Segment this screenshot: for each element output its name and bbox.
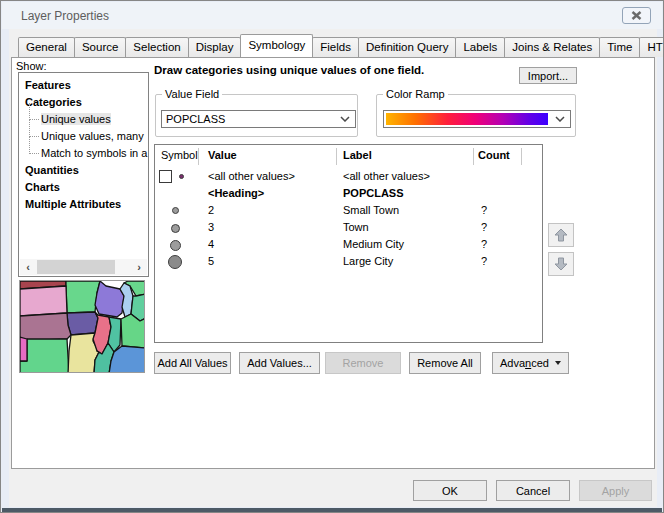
layer-properties-dialog: Layer Properties General Source Selectio…	[0, 0, 664, 513]
tab-display[interactable]: Display	[188, 37, 242, 57]
tab-selection[interactable]: Selection	[125, 37, 188, 57]
column-header-symbol[interactable]: Symbol	[161, 149, 198, 163]
row-value: 5	[208, 255, 214, 267]
symbol-dot[interactable]	[172, 207, 179, 214]
row-label: <all other values>	[343, 170, 430, 182]
value-field-group: Value Field POPCLASS	[155, 94, 358, 137]
symbology-tab-page: Show: Features Categories Unique values …	[11, 57, 655, 469]
tab-labels[interactable]: Labels	[455, 37, 505, 57]
row-value: <all other values>	[208, 170, 295, 182]
row-label: Large City	[343, 255, 393, 267]
tree-item-match-symbols[interactable]: Match to symbols in a	[41, 146, 147, 161]
column-header-value[interactable]: Value	[208, 149, 237, 163]
advanced-button[interactable]: Advanced	[492, 352, 569, 374]
chevron-down-icon	[550, 111, 570, 127]
row-value: 4	[208, 238, 214, 250]
dialog-client-area: General Source Selection Display Symbolo…	[9, 29, 657, 507]
row-label: Medium City	[343, 238, 404, 250]
column-header-count[interactable]: Count	[478, 149, 510, 163]
all-other-values-symbol-dot[interactable]	[179, 174, 184, 179]
tree-item-multiple-attributes[interactable]: Multiple Attributes	[25, 197, 121, 212]
map-preview-thumbnail	[19, 280, 145, 373]
tree-item-unique-values[interactable]: Unique values	[41, 112, 111, 127]
remove-all-button[interactable]: Remove All	[409, 352, 481, 374]
symbology-method-tree: Features Categories Unique values Unique…	[18, 72, 149, 277]
row-value: 3	[208, 221, 214, 233]
value-field-dropdown[interactable]: POPCLASS	[161, 110, 356, 128]
column-header-label[interactable]: Label	[343, 149, 372, 163]
dropdown-caret-icon	[555, 361, 561, 365]
titlebar[interactable]: Layer Properties	[2, 2, 662, 29]
tree-item-charts[interactable]: Charts	[25, 180, 60, 195]
tree-item-quantities[interactable]: Quantities	[25, 163, 79, 178]
ok-button[interactable]: OK	[413, 480, 487, 501]
row-value: <Heading>	[208, 187, 264, 199]
arrow-up-icon	[553, 227, 569, 243]
scroll-right-icon[interactable]: ›	[131, 259, 147, 275]
color-ramp-gradient-swatch	[386, 113, 548, 125]
symbol-dot[interactable]	[170, 240, 181, 251]
scrollbar-thumb[interactable]	[37, 260, 115, 274]
table-row-small-town[interactable]: 2 Small Town ?	[155, 203, 542, 220]
advanced-label: Advanced	[500, 357, 549, 369]
chevron-down-icon	[335, 116, 355, 122]
tab-symbology[interactable]: Symbology	[240, 34, 313, 57]
value-field-selected-value: POPCLASS	[162, 113, 335, 125]
import-button[interactable]: Import...	[519, 67, 577, 84]
close-button[interactable]	[622, 7, 651, 24]
tab-html-popup[interactable]: HTML Popup	[639, 37, 664, 57]
row-label: Small Town	[343, 204, 399, 216]
table-row-heading[interactable]: <Heading> POPCLASS	[155, 186, 542, 203]
row-label: POPCLASS	[343, 187, 404, 199]
row-count: ?	[481, 221, 487, 233]
value-field-label: Value Field	[162, 88, 222, 100]
add-values-button[interactable]: Add Values...	[239, 352, 320, 374]
show-label: Show:	[16, 60, 47, 72]
window-title: Layer Properties	[21, 9, 109, 23]
tab-joins-relates[interactable]: Joins & Relates	[504, 37, 600, 57]
move-value-down-button[interactable]	[548, 252, 574, 276]
apply-button[interactable]: Apply	[579, 480, 652, 501]
symbol-dot[interactable]	[171, 224, 180, 233]
move-value-up-button[interactable]	[548, 223, 574, 247]
states-map-image	[20, 281, 145, 373]
row-count: ?	[481, 204, 487, 216]
symbol-dot[interactable]	[168, 255, 182, 269]
tab-definition-query[interactable]: Definition Query	[358, 37, 456, 57]
column-divider	[198, 148, 199, 165]
column-divider	[473, 148, 474, 165]
tab-source[interactable]: Source	[74, 37, 126, 57]
table-row-town[interactable]: 3 Town ?	[155, 220, 542, 237]
row-count: ?	[481, 255, 487, 267]
column-divider	[521, 148, 522, 165]
close-icon	[631, 11, 642, 20]
add-all-values-button[interactable]: Add All Values	[154, 352, 231, 374]
color-ramp-dropdown[interactable]	[383, 110, 571, 128]
row-value: 2	[208, 204, 214, 216]
table-row-large-city[interactable]: 5 Large City ?	[155, 254, 542, 271]
scroll-left-icon[interactable]: ‹	[20, 259, 36, 275]
window-bottom-edge	[2, 508, 662, 512]
cancel-button[interactable]: Cancel	[496, 480, 570, 501]
row-label: Town	[343, 221, 369, 233]
table-row-all-other-values[interactable]: <all other values> <all other values>	[155, 169, 542, 186]
remove-button[interactable]: Remove	[325, 352, 401, 374]
all-other-values-checkbox[interactable]	[159, 170, 172, 183]
tab-fields[interactable]: Fields	[312, 37, 359, 57]
tab-bar: General Source Selection Display Symbolo…	[18, 37, 664, 58]
color-ramp-group: Color Ramp	[376, 94, 576, 137]
tree-item-features[interactable]: Features	[25, 78, 71, 93]
tree-item-unique-values-many[interactable]: Unique values, many	[41, 129, 144, 144]
unique-values-table: Symbol Value Label Count <all other valu…	[154, 144, 543, 343]
row-count: ?	[481, 238, 487, 250]
tree-horizontal-scrollbar[interactable]: ‹ ›	[20, 259, 147, 275]
table-row-medium-city[interactable]: 4 Medium City ?	[155, 237, 542, 254]
color-ramp-label: Color Ramp	[383, 88, 448, 100]
arrow-down-icon	[553, 256, 569, 272]
tab-general[interactable]: General	[18, 37, 75, 57]
tab-time[interactable]: Time	[599, 37, 640, 57]
page-title: Draw categories using unique values of o…	[154, 64, 424, 76]
column-divider	[336, 148, 337, 165]
